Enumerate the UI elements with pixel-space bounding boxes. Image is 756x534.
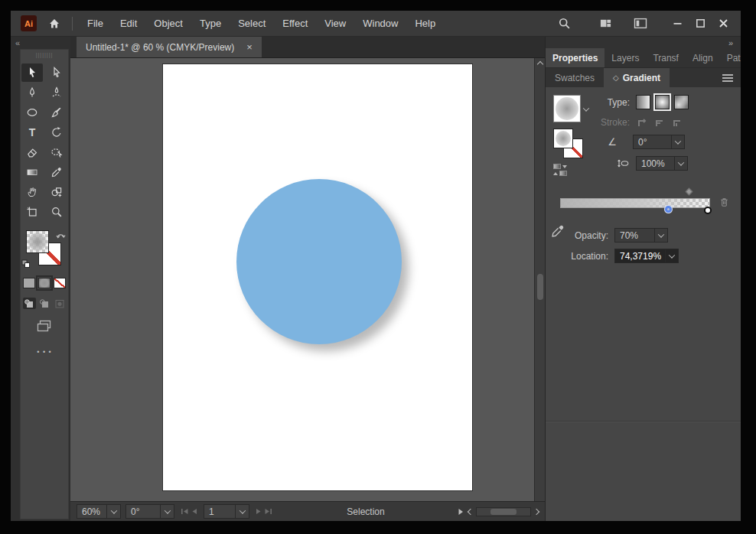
edit-toolbar-icon[interactable]: • • • xyxy=(37,348,51,356)
aspect-ratio-value[interactable]: 100% xyxy=(637,157,670,170)
document-tab[interactable]: Untitled-1* @ 60 % (CMYK/Preview) × xyxy=(77,37,262,57)
panel-menu-icon[interactable] xyxy=(722,68,733,87)
zoom-level-value[interactable]: 60% xyxy=(77,505,106,518)
aspect-ratio-chevron-icon[interactable] xyxy=(674,157,687,170)
gradient-slider-bar[interactable] xyxy=(560,198,710,208)
collapse-panel-icon[interactable]: » xyxy=(728,38,733,47)
tool-rotate[interactable] xyxy=(46,123,67,142)
stroke-along-button[interactable] xyxy=(653,116,666,128)
rotation-value[interactable]: 0° xyxy=(126,505,160,518)
gradient-swatch-preview[interactable] xyxy=(553,95,581,122)
first-artboard-icon[interactable] xyxy=(181,508,189,515)
tab-close-icon[interactable]: × xyxy=(246,42,253,52)
horizontal-scrollbar-track[interactable] xyxy=(476,507,531,516)
tool-eraser[interactable] xyxy=(21,143,43,161)
aspect-ratio-dropdown[interactable]: 100% xyxy=(636,156,688,171)
freeform-gradient-button[interactable] xyxy=(674,95,689,109)
tool-artboard[interactable] xyxy=(21,203,43,221)
tool-gradient[interactable] xyxy=(21,163,43,181)
location-dropdown[interactable]: 74,3719% xyxy=(614,249,679,263)
gradient-fill-swatch[interactable] xyxy=(553,129,573,148)
stroke-across-button[interactable] xyxy=(671,116,683,128)
change-screen-mode-icon[interactable] xyxy=(36,319,53,336)
color-button[interactable] xyxy=(23,278,35,288)
tab-layers[interactable]: Layers xyxy=(604,48,646,67)
scroll-up-icon[interactable] xyxy=(536,61,543,67)
horizontal-scrollbar-thumb[interactable] xyxy=(490,509,516,515)
location-chevron-icon[interactable] xyxy=(665,249,678,262)
tab-swatches[interactable]: Swatches xyxy=(546,68,604,87)
menu-item-effect[interactable]: Effect xyxy=(274,11,316,37)
minimize-button[interactable] xyxy=(667,15,687,32)
status-expand-icon[interactable] xyxy=(458,508,464,516)
canvas-pasteboard[interactable] xyxy=(70,58,545,501)
tool-shaper[interactable] xyxy=(46,143,67,161)
scroll-right-icon[interactable] xyxy=(533,508,539,514)
tool-paintbrush[interactable] xyxy=(46,103,67,122)
angle-chevron-icon[interactable] xyxy=(671,135,684,148)
tool-ellipse[interactable] xyxy=(21,103,43,122)
menu-item-select[interactable]: Select xyxy=(230,11,274,37)
tab-transform[interactable]: Transf xyxy=(646,48,686,67)
collapse-dock-icon[interactable]: « xyxy=(15,38,20,47)
tab-pathfinder[interactable]: Pathfi xyxy=(720,48,741,67)
menu-item-object[interactable]: Object xyxy=(145,11,191,37)
menu-item-type[interactable]: Type xyxy=(191,11,230,37)
tab-align[interactable]: Align xyxy=(686,48,720,67)
artboard-number-value[interactable]: 1 xyxy=(204,505,235,518)
draw-inside-button[interactable] xyxy=(54,298,67,309)
opacity-dropdown[interactable]: 70% xyxy=(614,228,668,243)
tool-zoom[interactable] xyxy=(46,203,67,221)
artboard-number-dropdown[interactable]: 1 xyxy=(204,504,249,519)
tool-pen[interactable] xyxy=(21,83,43,102)
tool-direct-selection[interactable] xyxy=(46,63,67,82)
scroll-left-icon[interactable] xyxy=(468,508,474,514)
previous-artboard-icon[interactable] xyxy=(191,508,197,515)
radial-gradient-button[interactable] xyxy=(655,95,670,109)
location-value[interactable]: 74,3719% xyxy=(615,249,665,262)
angle-value[interactable]: 0° xyxy=(634,135,666,148)
ellipse-object[interactable] xyxy=(236,179,402,344)
last-artboard-icon[interactable] xyxy=(264,508,272,515)
gradient-eyedropper-icon[interactable] xyxy=(550,223,565,241)
none-button[interactable] xyxy=(54,278,66,288)
reverse-gradient-icon[interactable] xyxy=(553,164,595,176)
gradient-midpoint-handle[interactable] xyxy=(686,188,693,196)
menu-item-file[interactable]: File xyxy=(79,11,112,37)
artboard[interactable] xyxy=(163,64,472,490)
menu-item-window[interactable]: Window xyxy=(354,11,406,37)
rotation-dropdown[interactable]: 0° xyxy=(125,504,174,519)
tool-shape-builder[interactable] xyxy=(46,183,67,201)
next-artboard-icon[interactable] xyxy=(256,508,262,515)
stroke-within-button[interactable] xyxy=(636,116,648,128)
default-fill-stroke-icon[interactable] xyxy=(21,258,31,272)
tab-properties[interactable]: Properties xyxy=(546,48,604,67)
search-icon[interactable] xyxy=(554,15,574,32)
linear-gradient-button[interactable] xyxy=(636,95,650,109)
zoom-level-dropdown[interactable]: 60% xyxy=(77,504,121,519)
artboard-dropdown-chevron-icon[interactable] xyxy=(235,505,249,518)
opacity-chevron-icon[interactable] xyxy=(654,229,667,242)
vertical-scrollbar[interactable] xyxy=(534,58,545,501)
close-button[interactable] xyxy=(713,15,733,32)
gradient-swatch-dropdown-icon[interactable] xyxy=(583,105,589,111)
document-setup-icon[interactable] xyxy=(631,15,650,32)
tool-type[interactable]: T xyxy=(21,123,43,142)
draw-normal-button[interactable] xyxy=(23,298,36,309)
tool-curvature[interactable] xyxy=(46,83,67,102)
fill-swatch[interactable] xyxy=(26,230,49,253)
tool-selection[interactable] xyxy=(21,63,43,82)
maximize-button[interactable] xyxy=(690,15,710,32)
tool-hand[interactable] xyxy=(21,183,43,201)
gradient-stop-end[interactable] xyxy=(704,207,712,214)
menu-item-view[interactable]: View xyxy=(316,11,354,37)
angle-dropdown[interactable]: 0° xyxy=(633,135,685,149)
arrange-documents-icon[interactable] xyxy=(595,15,615,32)
gradient-button[interactable] xyxy=(38,278,51,288)
gradient-stop-selected[interactable] xyxy=(665,206,672,213)
home-icon[interactable] xyxy=(44,15,64,32)
menu-item-help[interactable]: Help xyxy=(406,11,444,37)
tab-gradient[interactable]: ◇ Gradient xyxy=(604,68,670,87)
zoom-dropdown-chevron-icon[interactable] xyxy=(106,505,120,518)
toolbar-drag-handle-icon[interactable]: |||||||| xyxy=(36,52,54,58)
